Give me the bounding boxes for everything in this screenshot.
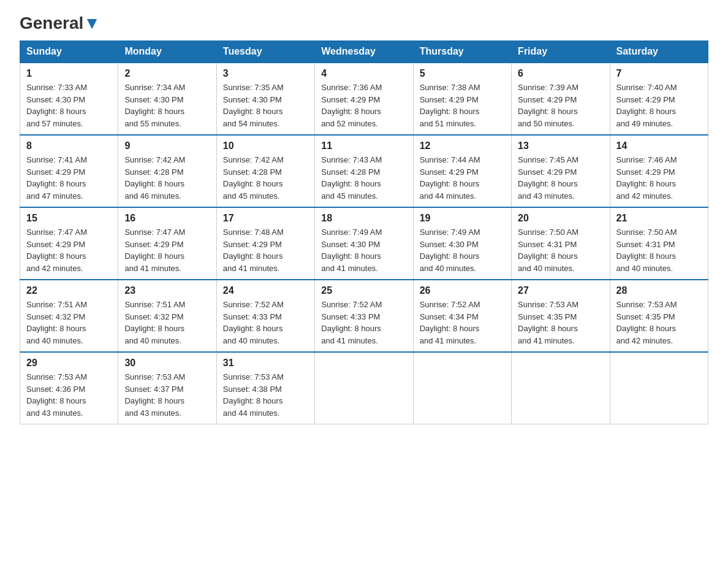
day-number: 14: [616, 140, 702, 151]
day-number: 17: [223, 213, 308, 224]
calendar-day-cell: 10 Sunrise: 7:42 AMSunset: 4:28 PMDaylig…: [216, 135, 314, 207]
calendar-day-cell: 13 Sunrise: 7:45 AMSunset: 4:29 PMDaylig…: [512, 135, 610, 207]
day-info: Sunrise: 7:33 AMSunset: 4:30 PMDaylight:…: [26, 82, 112, 129]
day-number: 24: [223, 285, 308, 296]
day-number: 2: [124, 68, 210, 79]
calendar-day-cell: 3 Sunrise: 7:35 AMSunset: 4:30 PMDayligh…: [216, 63, 314, 135]
day-number: 25: [321, 285, 406, 296]
calendar-day-cell: 18 Sunrise: 7:49 AMSunset: 4:30 PMDaylig…: [315, 207, 413, 280]
day-number: 5: [420, 68, 505, 79]
day-number: 29: [26, 358, 112, 369]
day-info: Sunrise: 7:43 AMSunset: 4:28 PMDaylight:…: [321, 154, 406, 202]
day-info: Sunrise: 7:53 AMSunset: 4:36 PMDaylight:…: [26, 371, 112, 419]
calendar-day-cell: 8 Sunrise: 7:41 AMSunset: 4:29 PMDayligh…: [20, 135, 118, 207]
day-info: Sunrise: 7:49 AMSunset: 4:30 PMDaylight:…: [321, 226, 406, 274]
calendar-day-cell: 5 Sunrise: 7:38 AMSunset: 4:29 PMDayligh…: [413, 63, 511, 135]
calendar-day-cell: 7 Sunrise: 7:40 AMSunset: 4:29 PMDayligh…: [610, 63, 708, 135]
day-number: 28: [616, 285, 702, 296]
day-info: Sunrise: 7:45 AMSunset: 4:29 PMDaylight:…: [518, 154, 603, 202]
calendar-header-monday: Monday: [118, 41, 216, 63]
day-number: 9: [124, 140, 210, 151]
calendar-empty-cell: [512, 352, 610, 424]
day-number: 23: [124, 285, 210, 296]
page-header: General▼: [20, 15, 708, 31]
day-number: 3: [223, 68, 308, 79]
calendar-empty-cell: [610, 352, 708, 424]
calendar-week-row: 29 Sunrise: 7:53 AMSunset: 4:36 PMDaylig…: [20, 352, 708, 424]
calendar-table: SundayMondayTuesdayWednesdayThursdayFrid…: [20, 40, 708, 424]
day-info: Sunrise: 7:46 AMSunset: 4:29 PMDaylight:…: [616, 154, 702, 202]
day-info: Sunrise: 7:47 AMSunset: 4:29 PMDaylight:…: [124, 226, 210, 274]
day-number: 22: [26, 285, 112, 296]
day-info: Sunrise: 7:53 AMSunset: 4:38 PMDaylight:…: [223, 371, 308, 419]
calendar-day-cell: 23 Sunrise: 7:51 AMSunset: 4:32 PMDaylig…: [118, 280, 216, 352]
calendar-day-cell: 1 Sunrise: 7:33 AMSunset: 4:30 PMDayligh…: [20, 63, 118, 135]
logo: General▼: [20, 15, 100, 31]
calendar-day-cell: 14 Sunrise: 7:46 AMSunset: 4:29 PMDaylig…: [610, 135, 708, 207]
day-number: 4: [321, 68, 406, 79]
day-info: Sunrise: 7:52 AMSunset: 4:33 PMDaylight:…: [321, 299, 406, 347]
calendar-day-cell: 6 Sunrise: 7:39 AMSunset: 4:29 PMDayligh…: [512, 63, 610, 135]
calendar-day-cell: 2 Sunrise: 7:34 AMSunset: 4:30 PMDayligh…: [118, 63, 216, 135]
calendar-header-row: SundayMondayTuesdayWednesdayThursdayFrid…: [20, 41, 708, 63]
day-info: Sunrise: 7:36 AMSunset: 4:29 PMDaylight:…: [321, 82, 406, 129]
calendar-day-cell: 4 Sunrise: 7:36 AMSunset: 4:29 PMDayligh…: [315, 63, 413, 135]
calendar-header-friday: Friday: [512, 41, 610, 63]
day-info: Sunrise: 7:47 AMSunset: 4:29 PMDaylight:…: [26, 226, 112, 274]
day-info: Sunrise: 7:42 AMSunset: 4:28 PMDaylight:…: [124, 154, 210, 202]
day-number: 6: [518, 68, 603, 79]
day-info: Sunrise: 7:42 AMSunset: 4:28 PMDaylight:…: [223, 154, 308, 202]
calendar-day-cell: 25 Sunrise: 7:52 AMSunset: 4:33 PMDaylig…: [315, 280, 413, 352]
day-number: 16: [124, 213, 210, 224]
day-info: Sunrise: 7:51 AMSunset: 4:32 PMDaylight:…: [124, 299, 210, 347]
calendar-day-cell: 19 Sunrise: 7:49 AMSunset: 4:30 PMDaylig…: [413, 207, 511, 280]
day-info: Sunrise: 7:41 AMSunset: 4:29 PMDaylight:…: [26, 154, 112, 202]
day-info: Sunrise: 7:34 AMSunset: 4:30 PMDaylight:…: [124, 82, 210, 129]
calendar-week-row: 15 Sunrise: 7:47 AMSunset: 4:29 PMDaylig…: [20, 207, 708, 280]
day-info: Sunrise: 7:53 AMSunset: 4:35 PMDaylight:…: [616, 299, 702, 347]
day-info: Sunrise: 7:39 AMSunset: 4:29 PMDaylight:…: [518, 82, 603, 129]
day-number: 27: [518, 285, 603, 296]
calendar-day-cell: 11 Sunrise: 7:43 AMSunset: 4:28 PMDaylig…: [315, 135, 413, 207]
day-info: Sunrise: 7:50 AMSunset: 4:31 PMDaylight:…: [518, 226, 603, 274]
calendar-header-wednesday: Wednesday: [315, 41, 413, 63]
calendar-day-cell: 12 Sunrise: 7:44 AMSunset: 4:29 PMDaylig…: [413, 135, 511, 207]
calendar-day-cell: 29 Sunrise: 7:53 AMSunset: 4:36 PMDaylig…: [20, 352, 118, 424]
calendar-day-cell: 30 Sunrise: 7:53 AMSunset: 4:37 PMDaylig…: [118, 352, 216, 424]
day-number: 11: [321, 140, 406, 151]
calendar-header-thursday: Thursday: [413, 41, 511, 63]
day-number: 8: [26, 140, 112, 151]
calendar-header-tuesday: Tuesday: [216, 41, 314, 63]
day-number: 1: [26, 68, 112, 79]
day-number: 10: [223, 140, 308, 151]
calendar-day-cell: 31 Sunrise: 7:53 AMSunset: 4:38 PMDaylig…: [216, 352, 314, 424]
calendar-day-cell: 16 Sunrise: 7:47 AMSunset: 4:29 PMDaylig…: [118, 207, 216, 280]
day-info: Sunrise: 7:44 AMSunset: 4:29 PMDaylight:…: [420, 154, 505, 202]
day-number: 7: [616, 68, 702, 79]
calendar-day-cell: 9 Sunrise: 7:42 AMSunset: 4:28 PMDayligh…: [118, 135, 216, 207]
calendar-empty-cell: [413, 352, 511, 424]
day-number: 31: [223, 358, 308, 369]
day-info: Sunrise: 7:35 AMSunset: 4:30 PMDaylight:…: [223, 82, 308, 129]
calendar-day-cell: 20 Sunrise: 7:50 AMSunset: 4:31 PMDaylig…: [512, 207, 610, 280]
day-number: 15: [26, 213, 112, 224]
calendar-week-row: 22 Sunrise: 7:51 AMSunset: 4:32 PMDaylig…: [20, 280, 708, 352]
day-number: 20: [518, 213, 603, 224]
calendar-day-cell: 17 Sunrise: 7:48 AMSunset: 4:29 PMDaylig…: [216, 207, 314, 280]
day-number: 26: [420, 285, 505, 296]
day-info: Sunrise: 7:40 AMSunset: 4:29 PMDaylight:…: [616, 82, 702, 129]
calendar-day-cell: 27 Sunrise: 7:53 AMSunset: 4:35 PMDaylig…: [512, 280, 610, 352]
day-number: 18: [321, 213, 406, 224]
calendar-day-cell: 28 Sunrise: 7:53 AMSunset: 4:35 PMDaylig…: [610, 280, 708, 352]
day-number: 13: [518, 140, 603, 151]
day-number: 19: [420, 213, 505, 224]
logo-general-text: General▼: [20, 15, 100, 32]
day-info: Sunrise: 7:50 AMSunset: 4:31 PMDaylight:…: [616, 226, 702, 274]
day-info: Sunrise: 7:51 AMSunset: 4:32 PMDaylight:…: [26, 299, 112, 347]
calendar-day-cell: 15 Sunrise: 7:47 AMSunset: 4:29 PMDaylig…: [20, 207, 118, 280]
calendar-week-row: 1 Sunrise: 7:33 AMSunset: 4:30 PMDayligh…: [20, 63, 708, 135]
day-info: Sunrise: 7:53 AMSunset: 4:37 PMDaylight:…: [124, 371, 210, 419]
day-info: Sunrise: 7:49 AMSunset: 4:30 PMDaylight:…: [420, 226, 505, 274]
day-number: 30: [124, 358, 210, 369]
calendar-day-cell: 26 Sunrise: 7:52 AMSunset: 4:34 PMDaylig…: [413, 280, 511, 352]
